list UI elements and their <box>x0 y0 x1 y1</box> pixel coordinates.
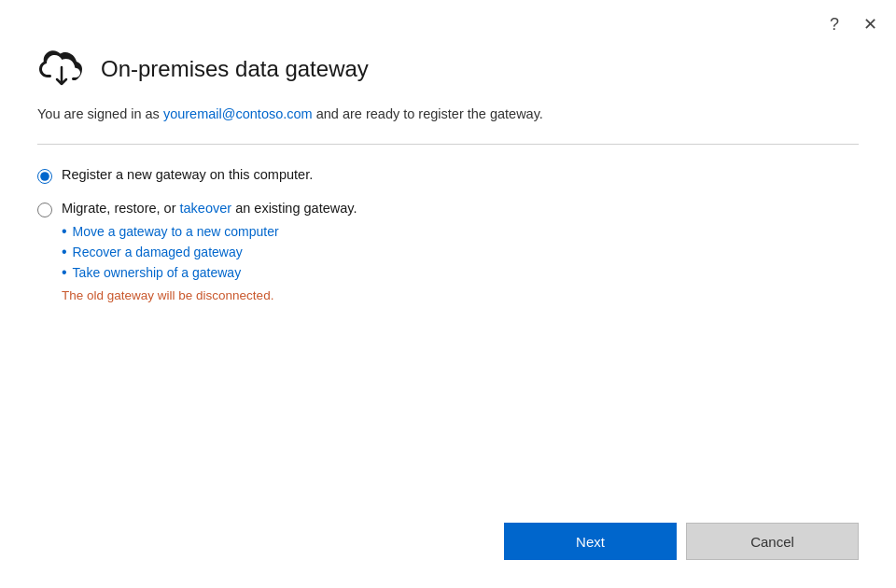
cancel-button[interactable]: Cancel <box>686 523 859 560</box>
dialog-title: On-premises data gateway <box>101 56 369 82</box>
subtitle-prefix: You are signed in as <box>37 106 163 121</box>
subtitle-text: You are signed in as youremail@contoso.c… <box>37 105 859 125</box>
option2-label[interactable]: Migrate, restore, or takeover an existin… <box>62 201 357 216</box>
title-bar-actions: ? ✕ <box>823 13 881 35</box>
list-item: Recover a damaged gateway <box>62 244 859 260</box>
option2-label-link: takeover <box>180 201 232 216</box>
option2-radio[interactable] <box>37 203 52 217</box>
title-bar: ? ✕ <box>0 0 896 39</box>
dialog-footer: Next Cancel <box>0 504 896 588</box>
list-item: Take ownership of a gateway <box>62 264 859 281</box>
cloud-upload-icon <box>37 49 86 90</box>
option2-label-suffix: an existing gateway. <box>231 201 357 216</box>
email-address: youremail@contoso.com <box>163 106 313 121</box>
option1-container: Register a new gateway on this computer. <box>37 167 859 184</box>
option2-details: Move a gateway to a new computer Recover… <box>62 223 859 302</box>
options-section: Register a new gateway on this computer.… <box>37 167 859 485</box>
dialog-header: On-premises data gateway <box>37 49 859 90</box>
help-button[interactable]: ? <box>823 13 846 35</box>
dialog-container: ? ✕ On-premises data gateway You are sig… <box>0 0 896 588</box>
option1-radio[interactable] <box>37 169 52 184</box>
note-text: The old gateway will be disconnected. <box>62 288 859 302</box>
option2-container: Migrate, restore, or takeover an existin… <box>37 201 859 217</box>
bullet-list: Move a gateway to a new computer Recover… <box>62 223 859 281</box>
next-button[interactable]: Next <box>504 523 677 560</box>
close-button[interactable]: ✕ <box>859 13 881 35</box>
divider <box>37 144 859 145</box>
dialog-content: On-premises data gateway You are signed … <box>0 39 896 504</box>
option1-label[interactable]: Register a new gateway on this computer. <box>62 167 313 182</box>
list-item: Move a gateway to a new computer <box>62 223 859 240</box>
option2-wrapper: Migrate, restore, or takeover an existin… <box>37 201 859 302</box>
subtitle-suffix: and are ready to register the gateway. <box>313 106 543 121</box>
option2-label-prefix: Migrate, restore, or <box>62 201 180 216</box>
